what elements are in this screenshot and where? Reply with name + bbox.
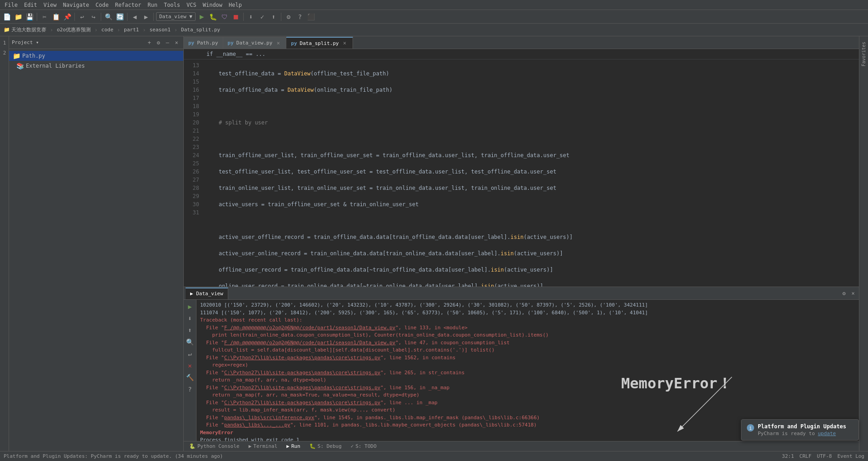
menu-edit[interactable]: Edit <box>21 1 40 9</box>
run-stop-btn[interactable]: ✕ <box>185 361 195 371</box>
breadcrumb-project[interactable]: 📁 天池大数据竞赛 <box>2 25 48 34</box>
strip-icon-2[interactable]: 2 <box>0 48 9 57</box>
python-console-icon: 🐍 <box>189 443 196 449</box>
tab-pathpy[interactable]: py Path.py <box>184 37 223 49</box>
breadcrumb-code[interactable]: code <box>99 26 115 34</box>
tab-close-dataviewpy[interactable]: × <box>275 40 281 46</box>
run-config-dropdown[interactable]: Data_view ▼ <box>156 12 196 21</box>
help-btn[interactable]: ? <box>295 12 305 22</box>
tree-item-pathpy[interactable]: 📁 Path.py <box>9 51 183 61</box>
tab-py-icon-path: py <box>188 40 194 46</box>
menu-help[interactable]: Help <box>226 1 245 9</box>
save-btn[interactable]: 💾 <box>25 12 34 22</box>
error-link-3[interactable]: C:\Python27\lib\site-packages\pandas\cor… <box>224 355 380 361</box>
code-line-18: train_offline_user_list, train_offline_u… <box>206 151 855 159</box>
tab-label-dataviewpy: Data_view.py <box>236 40 272 46</box>
breadcrumb-o2o[interactable]: o2o优惠券预测 <box>55 25 93 34</box>
run-tab[interactable]: ▶ Data_view <box>186 288 228 299</box>
left-panel-strip: 1 2 <box>0 36 9 451</box>
copy-btn[interactable]: 📋 <box>51 12 61 22</box>
error-link-6[interactable]: C:\Python27\lib\site-packages\pandas\cor… <box>224 400 380 406</box>
todo-icon: ✓ <box>351 443 354 449</box>
menu-tools[interactable]: Tools <box>161 1 183 9</box>
breadcrumb-season1[interactable]: season1 <box>147 26 172 34</box>
menu-run[interactable]: Run <box>145 1 160 9</box>
error-link-5[interactable]: C:\Python27\lib\site-packages\pandas\cor… <box>224 385 380 391</box>
undo-btn[interactable]: ↩ <box>77 12 87 22</box>
run-filter-btn[interactable]: 🔍 <box>185 337 195 347</box>
sidebar-add-btn[interactable]: + <box>145 39 153 47</box>
terminal-btn[interactable]: ⬛ <box>306 12 316 22</box>
tab-close-datasplitpy[interactable]: × <box>342 40 348 46</box>
tool-tab-terminal[interactable]: ▶ Terminal <box>245 442 281 451</box>
run-play-btn[interactable]: ▶ <box>185 302 195 312</box>
tree-folder-icon: 📁 <box>13 52 20 59</box>
sidebar-collapse-btn[interactable]: – <box>163 39 172 47</box>
breadcrumb-file[interactable]: Data_split.py <box>179 26 222 34</box>
stop-btn[interactable]: ■ <box>231 12 241 22</box>
tool-tab-todo[interactable]: ✓ S: TODO <box>347 442 380 451</box>
vcs-push-btn[interactable]: ⬆ <box>269 12 279 22</box>
error-link-7[interactable]: pandas\_libs\src\inference.pyx <box>224 415 314 421</box>
tool-tab-run[interactable]: ▶ Run <box>283 442 304 451</box>
bottom-panel-settings-btn[interactable]: ⚙ <box>840 289 848 297</box>
menu-code[interactable]: Code <box>93 1 112 9</box>
tab-dataviewpy[interactable]: py Data_view.py × <box>223 37 287 49</box>
error-link-8[interactable]: pandas\_libs\..._...py <box>224 422 290 428</box>
breadcrumb-part1[interactable]: part1 <box>122 26 141 34</box>
notification-text-content: PyCharm is ready to <box>758 431 815 436</box>
open-btn[interactable]: 📁 <box>13 12 23 22</box>
forward-btn[interactable]: ▶ <box>141 12 151 22</box>
tool-tab-debug[interactable]: 🐛 S: Debug <box>306 442 345 451</box>
run-scroll-to-end-btn[interactable]: ⬇ <box>185 313 195 323</box>
error-link-4[interactable]: C:\Python27\lib\site-packages\pandas\cor… <box>224 370 380 376</box>
status-bar: Platform and Plugin Updates: PyCharm is … <box>0 451 868 461</box>
menu-refactor[interactable]: Refactor <box>112 1 144 9</box>
error-link-1[interactable]: F /@@-@@@@@@@@/o2o@2@6N@@/code/part1/sea… <box>224 325 396 331</box>
notification-update-link[interactable]: update <box>818 431 836 436</box>
vcs-commit-btn[interactable]: ✓ <box>257 12 267 22</box>
vcs-update-btn[interactable]: ⬇ <box>246 12 256 22</box>
code-line-22 <box>206 217 855 225</box>
tool-tab-python-console[interactable]: 🐍 Python Console <box>186 442 243 451</box>
bottom-panel-close-btn[interactable]: × <box>849 289 857 297</box>
menu-file[interactable]: File <box>2 1 20 9</box>
run-question-btn[interactable]: ? <box>185 384 195 394</box>
strip-icon-1[interactable]: 1 <box>0 38 9 47</box>
tree-item-external-libs[interactable]: 📚 External Libraries <box>9 61 183 71</box>
run-scroll-up-btn[interactable]: ⬆ <box>185 325 195 335</box>
output-line-2: 111074 [('150', 1077), ('20', 18412), ('… <box>200 309 855 317</box>
output-error-11: File "C:\Python27\lib\site-packages\pand… <box>200 399 855 407</box>
run-btn[interactable]: ▶ <box>197 12 207 22</box>
tab-label-pathpy: Path.py <box>197 40 218 46</box>
coverage-btn[interactable]: 🛡 <box>220 12 230 22</box>
back-btn[interactable]: ◀ <box>130 12 140 22</box>
error-link-2[interactable]: F /@@-@@@@@@@@/o2o@2@6N@@/code/part1/sea… <box>224 340 396 346</box>
menu-view[interactable]: View <box>41 1 59 9</box>
output-error-3: File "F /@@-@@@@@@@@/o2o@2@6N@@/code/par… <box>200 339 855 347</box>
tab-datasplitpy[interactable]: py Data_split.py × <box>286 37 353 49</box>
menu-navigate[interactable]: Navigate <box>60 1 92 9</box>
sidebar-close-btn[interactable]: × <box>172 39 181 47</box>
code-line-24: active_user_online_record = train_online… <box>206 249 855 258</box>
run-wrap-btn[interactable]: ↵ <box>185 349 195 359</box>
cut-btn[interactable]: ✂ <box>39 12 49 22</box>
replace-btn[interactable]: 🔄 <box>115 12 125 22</box>
new-file-btn[interactable]: 📄 <box>2 12 12 22</box>
find-btn[interactable]: 🔍 <box>103 12 113 22</box>
debug-btn[interactable]: 🐛 <box>208 12 218 22</box>
code-editor[interactable]: 13 14 15 16 17 18 19 20 21 22 23 24 25 2… <box>184 59 859 287</box>
status-event-log[interactable]: Event Log <box>837 453 864 459</box>
favorites-tab[interactable]: Favorites <box>860 38 867 70</box>
output-error-1: File "F /@@-@@@@@@@@/o2o@2@6N@@/code/par… <box>200 324 855 332</box>
toolbar-sep5 <box>153 13 154 21</box>
redo-btn[interactable]: ↪ <box>88 12 98 22</box>
code-line-16: # split by user <box>206 119 855 127</box>
settings-btn[interactable]: ⚙ <box>284 12 294 22</box>
code-content[interactable]: test_offline_data = DataView(offline_tes… <box>202 59 859 287</box>
sidebar-settings-btn[interactable]: ⚙ <box>154 39 162 47</box>
run-build-btn[interactable]: 🔨 <box>185 372 195 382</box>
paste-btn[interactable]: 📌 <box>62 12 72 22</box>
menu-window[interactable]: Window <box>200 1 225 9</box>
menu-vcs[interactable]: VCS <box>184 1 199 9</box>
